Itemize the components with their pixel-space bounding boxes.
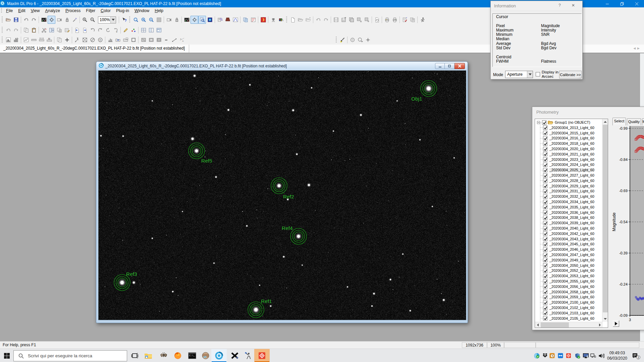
savemulti2-toolbar-button[interactable] (363, 16, 371, 24)
photometry-tab-m[interactable]: M (642, 118, 644, 125)
menu-plug-in[interactable]: Plug-in (113, 8, 132, 14)
pinmap-toolbar-button[interactable] (73, 36, 81, 44)
redog-toolbar-button[interactable] (322, 16, 330, 24)
file-checkbox[interactable] (543, 200, 547, 204)
file-checkbox[interactable] (543, 258, 547, 262)
tray-defender-icon[interactable] (575, 353, 580, 360)
tree-vertical-scrollbar[interactable] (602, 119, 608, 322)
file-checkbox[interactable] (543, 237, 547, 241)
tree-file-label[interactable]: _20200304_2103_Light_60 (549, 311, 594, 315)
minimize-button[interactable] (600, 0, 614, 7)
file-checkbox[interactable] (543, 300, 547, 305)
tile1-toolbar-button[interactable] (140, 26, 147, 34)
helpq-toolbar-button[interactable]: ? (120, 16, 128, 24)
tree-row[interactable]: _20200304_2031_Light_60 (535, 188, 594, 194)
mode-dropdown-arrow[interactable] (527, 71, 533, 78)
copy-toolbar-button[interactable] (22, 26, 30, 34)
tree-row[interactable]: _20200304_2028_Light_60 (535, 178, 594, 183)
file-checkbox[interactable] (543, 136, 547, 140)
tree-row[interactable]: _20200304_2029_Light_60 (535, 183, 594, 189)
image-document-window[interactable]: _20200304_2025_Light_60s_R_-20degC.00017… (96, 61, 468, 323)
group-checkbox[interactable] (542, 120, 546, 125)
tree-row[interactable]: _20200304_2036_Light_60 (535, 210, 594, 215)
tree-row[interactable]: _20200304_2020_Light_60 (535, 146, 594, 152)
toolbar-grip[interactable] (2, 37, 3, 43)
toolbar-grip[interactable] (336, 37, 337, 43)
taskbar-app-firefox[interactable] (170, 349, 185, 362)
file-checkbox[interactable] (543, 168, 547, 172)
calibrate-button[interactable]: Calibrate >> (559, 71, 582, 78)
tree-row[interactable]: _20200304_2015_Light_60 (535, 130, 594, 136)
toolbar-grip[interactable] (2, 16, 3, 23)
tree-file-label[interactable]: _20200304_2016_Light_60 (549, 136, 594, 140)
zoomoutb-toolbar-button[interactable] (147, 16, 155, 24)
tree-row[interactable]: _20200304_2047_Light_60 (535, 252, 594, 257)
stretch-toolbar-button[interactable] (40, 16, 48, 24)
photometry-window[interactable]: Photometry Group1 (no OBJECT)_20200304_2… (532, 107, 644, 330)
cutx-toolbar-button[interactable] (40, 26, 48, 34)
rulerh-toolbar-button[interactable] (30, 36, 38, 44)
tree-expander[interactable] (537, 121, 540, 124)
tree-file-label[interactable]: _20200304_2042_Light_60 (549, 232, 594, 236)
stretch-toolbar-button[interactable] (183, 16, 191, 24)
file-checkbox[interactable] (543, 306, 547, 310)
tripod-toolbar-button[interactable] (269, 16, 277, 24)
tile3-toolbar-button[interactable] (155, 26, 163, 34)
tree-row[interactable]: _20200304_2058_Light_60 (535, 289, 594, 295)
tree-row[interactable]: _20200304_2103_Light_60 (535, 310, 594, 316)
rulerh2-toolbar-button[interactable] (38, 36, 45, 44)
file-checkbox[interactable] (543, 316, 547, 320)
tree-row[interactable]: _20200304_2050_Light_60 (535, 263, 594, 268)
tab-scroll-arrows[interactable]: ◀▶ (633, 47, 641, 50)
tree-file-label[interactable]: _20200304_2018_Light_60 (549, 141, 594, 145)
copy-toolbar-button[interactable] (55, 36, 63, 44)
tree-file-label[interactable]: _20200304_2028_Light_60 (549, 179, 594, 183)
starfield-image[interactable]: Obj1Ref5Ref2Ref4Ref3Ref1 (98, 70, 466, 320)
tree-file-label[interactable]: _20200304_2047_Light_60 (549, 253, 594, 257)
tree-row[interactable]: _20200304_2043_Light_60 (535, 236, 594, 242)
tree-file-label[interactable]: _20200304_2013_Light_60 (549, 126, 594, 130)
tree-row[interactable]: _20200304_2024_Light_60 (535, 162, 594, 167)
document-tab[interactable]: _20200304_2025_Light_60s_R_-20degC.00017… (3, 46, 185, 51)
camdoc-toolbar-button[interactable] (216, 16, 224, 24)
copyblue-toolbar-button[interactable] (241, 16, 249, 24)
rotswirl-toolbar-button[interactable] (104, 26, 112, 34)
menu-filter[interactable]: Filter (83, 8, 98, 14)
tree-row[interactable]: _20200304_2018_Light_60 (535, 141, 594, 146)
tree-file-label[interactable]: _20200304_2102_Light_60 (549, 306, 594, 310)
redD-toolbar-button[interactable] (259, 16, 267, 24)
histsm-toolbar-button[interactable] (4, 36, 12, 44)
image-minimize-button[interactable] (435, 63, 445, 69)
mode-dropdown[interactable]: Aperture (505, 71, 533, 78)
crosshair-toolbar-button[interactable] (191, 16, 198, 24)
pat2-toolbar-button[interactable] (147, 36, 155, 44)
tray-antivirus-icon[interactable] (534, 353, 540, 360)
savegplus-toolbar-button[interactable] (340, 16, 347, 24)
plusminus-toolbar-button[interactable]: +× (178, 36, 186, 44)
rotl-toolbar-button[interactable] (89, 26, 96, 34)
tree-file-label[interactable]: _20200304_2023_Light_60 (549, 158, 594, 162)
file-checkbox[interactable] (543, 173, 547, 178)
tree-file-label[interactable]: _20200304_2029_Light_60 (549, 184, 594, 188)
display-arcsec-checkbox[interactable] (536, 72, 540, 76)
file-checkbox[interactable] (543, 152, 547, 156)
information-close-button[interactable]: ✕ (572, 3, 575, 8)
file-checkbox[interactable] (543, 163, 547, 167)
tile2-toolbar-button[interactable] (147, 26, 155, 34)
pat1-toolbar-button[interactable] (140, 36, 147, 44)
tree-row[interactable]: _20200304_2045_Light_60 (535, 241, 594, 247)
image-close-button[interactable] (454, 63, 465, 69)
tree-file-label[interactable]: _20200304_2100_Light_60 (549, 300, 594, 304)
tree-row[interactable]: _20200304_2040_Light_60 (535, 226, 594, 231)
yellowpen-toolbar-button[interactable] (338, 36, 346, 44)
menu-analyze[interactable]: Analyze (43, 8, 63, 14)
file-checkbox[interactable] (543, 147, 547, 151)
rotangle-toolbar-button[interactable]: θ (112, 26, 119, 34)
photometry-file-tree[interactable]: Group1 (no OBJECT)_20200304_2013_Light_6… (535, 119, 608, 328)
editgrid-toolbar-button[interactable] (63, 26, 71, 34)
toolbar-grip[interactable] (2, 27, 3, 34)
tray-display-icon[interactable] (583, 353, 589, 360)
tree-row[interactable]: _20200304_2042_Light_60 (535, 231, 594, 236)
file-checkbox[interactable] (543, 290, 547, 294)
docgear-toolbar-button[interactable] (401, 16, 409, 24)
